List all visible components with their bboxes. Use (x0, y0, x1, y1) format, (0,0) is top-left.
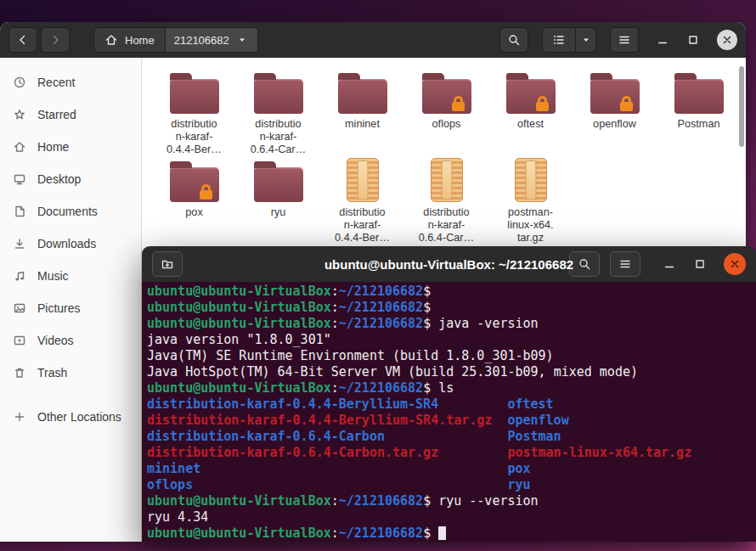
terminal-line: distribution-karaf-0.6.4-CarbonPostman (147, 429, 751, 445)
sidebar-item-documents[interactable]: Documents (0, 195, 141, 228)
terminal-menu-button[interactable] (610, 251, 640, 277)
sidebar: RecentStarredHomeDesktopDocumentsDownloa… (0, 58, 142, 542)
chevron-down-icon (579, 33, 593, 47)
ls-entry: oftest (507, 396, 553, 412)
terminal-output[interactable]: ubuntu@ubuntu-VirtualBox:~/212106682$ ub… (142, 282, 756, 542)
terminal-minimize-button[interactable] (663, 257, 676, 271)
sidebar-item-desktop[interactable]: Desktop (0, 163, 141, 195)
sidebar-item-label: Pictures (37, 301, 81, 315)
sidebar-item-downloads[interactable]: Downloads (0, 228, 141, 260)
file-item-distribution-karaf-0-6-4-carbon-tar-gz[interactable]: distribution-karaf-0.6.4-Car… (404, 158, 488, 245)
clock-icon (13, 76, 26, 89)
file-item-ryu[interactable]: ryu (236, 158, 320, 245)
files-header-bar: Home 212106682 (0, 22, 746, 58)
sidebar-list: RecentStarredHomeDesktopDocumentsDownloa… (0, 66, 141, 433)
sidebar-item-trash[interactable]: Trash (0, 357, 141, 389)
view-toggle-group (542, 27, 596, 53)
breadcrumb: Home 212106682 (93, 27, 258, 53)
folder-icon (422, 79, 471, 114)
folder-icon (674, 79, 724, 114)
prompt-path: ~/212106682 (339, 300, 423, 315)
maximize-icon (693, 257, 707, 271)
minimize-button[interactable] (656, 33, 669, 47)
document-icon (13, 205, 26, 218)
sidebar-item-starred[interactable]: Starred (0, 98, 141, 131)
file-item-pox[interactable]: pox (152, 158, 236, 245)
new-tab-icon (161, 257, 174, 271)
search-button[interactable] (499, 27, 528, 53)
prompt-path: ~/212106682 (339, 493, 423, 509)
window-controls (656, 30, 737, 50)
breadcrumb-home-label: Home (125, 34, 155, 47)
terminal-line: ubuntu@ubuntu-VirtualBox:~/212106682$ (147, 526, 751, 542)
folder-icon (170, 79, 219, 114)
file-item-postman-linux-x64-tar-gz[interactable]: postman-linux-x64.tar.gz (488, 158, 573, 245)
sidebar-item-home[interactable]: Home (0, 131, 141, 163)
file-item-label: distribution-karaf-0.4.4-Ber… (335, 206, 390, 245)
scrollbar-thumb[interactable] (739, 66, 744, 147)
file-item-oftest[interactable]: oftest (488, 70, 573, 156)
file-item-distribution-karaf-0-6-4-carbon[interactable]: distribution-karaf-0.6.4-Car… (236, 70, 320, 156)
terminal-line: ubuntu@ubuntu-VirtualBox:~/212106682$ ls (147, 380, 751, 396)
ls-entry: pox (507, 461, 530, 476)
search-icon (578, 257, 591, 271)
star-icon (13, 108, 26, 121)
maximize-button[interactable] (686, 33, 700, 47)
sidebar-item-pictures[interactable]: Pictures (0, 292, 141, 324)
terminal-line: java version "1.8.0_301" (147, 332, 751, 348)
file-item-openflow[interactable]: openflow (573, 70, 657, 156)
file-item-label: distribution-karaf-0.6.4-Car… (251, 118, 307, 156)
terminal-line: oflopsryu (147, 477, 751, 493)
close-button[interactable] (717, 30, 737, 50)
terminal-header-actions (569, 251, 746, 277)
terminal-line: ubuntu@ubuntu-VirtualBox:~/212106682$ (147, 300, 751, 316)
sidebar-item-label: Starred (37, 108, 76, 121)
file-item-mininet[interactable]: mininet (320, 70, 404, 156)
file-item-label: oftest (517, 118, 544, 131)
terminal-search-button[interactable] (569, 251, 600, 277)
terminal-line: distribution-karaf-0.4.4-Beryllium-SR4.t… (147, 413, 751, 429)
back-button[interactable] (8, 27, 37, 53)
prompt-user: ubuntu@ubuntu-VirtualBox (147, 380, 331, 396)
sidebar-item-recent[interactable]: Recent (0, 66, 141, 98)
terminal-maximize-button[interactable] (693, 257, 707, 271)
breadcrumb-home-button[interactable]: Home (93, 27, 166, 53)
sidebar-item-label: Other Locations (37, 410, 121, 424)
file-item-label: pox (185, 206, 202, 219)
prompt-user: ubuntu@ubuntu-VirtualBox (147, 316, 331, 331)
new-tab-button[interactable] (152, 251, 183, 277)
terminal-command: ls (438, 380, 454, 396)
breadcrumb-current-label: 212106682 (174, 34, 229, 47)
list-view-button[interactable] (542, 27, 576, 53)
breadcrumb-current-button[interactable]: 212106682 (166, 27, 258, 53)
terminal-title: ubuntu@ubuntu-VirtualBox: ~/212106682 (324, 257, 573, 272)
file-item-oflops[interactable]: oflops (404, 70, 488, 156)
ls-entry: oflops (147, 477, 507, 493)
view-options-button[interactable] (576, 27, 596, 53)
file-item-label: Postman (677, 118, 719, 131)
sidebar-item-videos[interactable]: Videos (0, 324, 141, 357)
file-item-label: ryu (271, 206, 286, 219)
file-item-postman[interactable]: Postman (657, 70, 741, 156)
sidebar-item-label: Trash (37, 366, 67, 380)
forward-button[interactable] (41, 27, 70, 53)
file-grid: distribution-karaf-0.4.4-Ber…distributio… (142, 58, 746, 245)
menu-button[interactable] (610, 27, 639, 53)
maximize-icon (686, 33, 700, 47)
chevron-left-icon (16, 33, 30, 47)
file-item-distribution-karaf-0-4-4-beryllium-sr4[interactable]: distribution-karaf-0.4.4-Ber… (152, 70, 236, 156)
terminal-line: ubuntu@ubuntu-VirtualBox:~/212106682$ ja… (147, 316, 751, 332)
folder-icon (506, 79, 556, 114)
terminal-line: Java(TM) SE Runtime Environment (build 1… (147, 348, 751, 364)
sidebar-item-music[interactable]: Music (0, 260, 141, 292)
terminal-line: distribution-karaf-0.4.4-Beryllium-SR4of… (147, 396, 751, 413)
prompt-user: ubuntu@ubuntu-VirtualBox (147, 284, 331, 299)
lock-emblem-icon (199, 184, 214, 200)
terminal-close-button[interactable] (724, 253, 746, 275)
lock-emblem-icon (535, 96, 550, 111)
terminal-line: mininetpox (147, 461, 751, 477)
image-icon (13, 301, 26, 315)
sidebar-item-other-locations[interactable]: Other Locations (0, 401, 141, 433)
minimize-icon (663, 257, 676, 271)
file-item-distribution-karaf-0-4-4-beryllium-sr4-tar-gz[interactable]: distribution-karaf-0.4.4-Ber… (320, 158, 404, 245)
